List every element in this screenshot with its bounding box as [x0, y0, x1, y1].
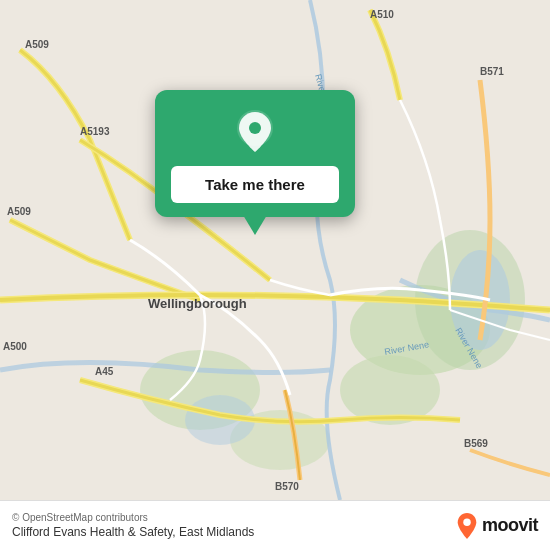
- svg-text:B571: B571: [480, 66, 504, 77]
- svg-text:A45: A45: [95, 366, 114, 377]
- svg-text:A5193: A5193: [80, 126, 110, 137]
- svg-text:A509: A509: [25, 39, 49, 50]
- footer-bar: © OpenStreetMap contributors Clifford Ev…: [0, 500, 550, 550]
- footer-left: © OpenStreetMap contributors Clifford Ev…: [12, 512, 456, 539]
- take-me-there-button[interactable]: Take me there: [171, 166, 339, 203]
- svg-point-2: [340, 355, 440, 425]
- map-container: A509 A510 A5193 B571 A509 A500 A45 B570 …: [0, 0, 550, 500]
- svg-text:A510: A510: [370, 9, 394, 20]
- svg-text:A509: A509: [7, 206, 31, 217]
- town-label: Wellingborough: [148, 296, 247, 311]
- svg-text:B570: B570: [275, 481, 299, 492]
- location-text: Clifford Evans Health & Safety, East Mid…: [12, 525, 456, 539]
- moovit-logo: moovit: [456, 513, 538, 539]
- moovit-brand-text: moovit: [482, 515, 538, 536]
- location-pin-icon: [231, 108, 279, 156]
- svg-point-21: [249, 122, 261, 134]
- svg-text:B569: B569: [464, 438, 488, 449]
- svg-point-22: [463, 518, 470, 525]
- copyright-text: © OpenStreetMap contributors: [12, 512, 456, 523]
- svg-text:A500: A500: [3, 341, 27, 352]
- moovit-pin-icon: [456, 513, 478, 539]
- popup-card: Take me there: [155, 90, 355, 217]
